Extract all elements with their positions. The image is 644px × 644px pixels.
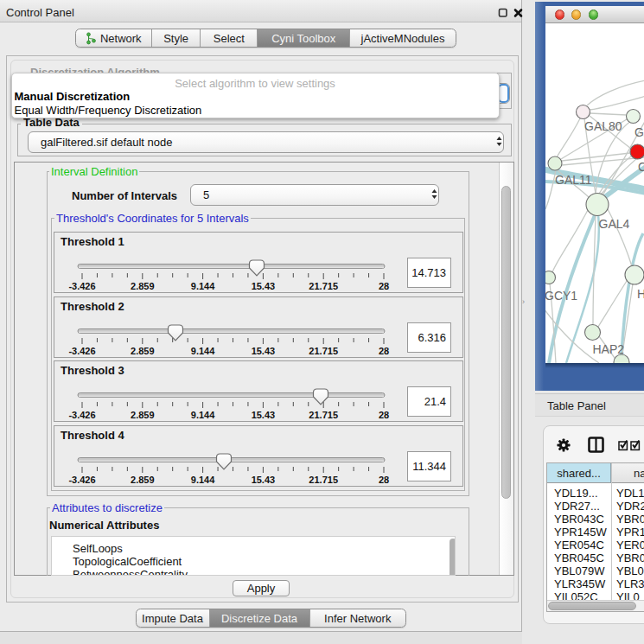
svg-text:28: 28: [379, 281, 389, 291]
svg-text:GAL11: GAL11: [555, 173, 592, 187]
svg-text:-3.426: -3.426: [68, 475, 95, 485]
svg-text:21.715: 21.715: [309, 475, 338, 485]
svg-text:9.144: 9.144: [191, 475, 215, 485]
svg-text:2.859: 2.859: [131, 281, 155, 291]
svg-text:9.144: 9.144: [191, 281, 215, 291]
svg-text:2.859: 2.859: [131, 410, 155, 420]
svg-text:21.715: 21.715: [309, 346, 338, 356]
svg-text:21.715: 21.715: [309, 410, 338, 420]
svg-text:28: 28: [379, 475, 389, 485]
svg-text:GCY1: GCY1: [545, 289, 577, 303]
svg-text:28: 28: [379, 410, 389, 420]
svg-text:9.144: 9.144: [191, 346, 215, 356]
svg-text:HAP2: HAP2: [593, 342, 625, 356]
svg-text:21.715: 21.715: [309, 281, 338, 291]
svg-text:-3.426: -3.426: [68, 281, 95, 291]
svg-text:2.859: 2.859: [131, 475, 155, 485]
svg-text:C: C: [638, 160, 644, 174]
svg-text:GAL4: GAL4: [599, 217, 630, 231]
svg-text:-3.426: -3.426: [68, 346, 95, 356]
svg-text:15.43: 15.43: [252, 410, 276, 420]
svg-text:15.43: 15.43: [252, 281, 276, 291]
svg-text:GAL: GAL: [634, 125, 644, 139]
svg-text:15.43: 15.43: [252, 346, 276, 356]
svg-text:28: 28: [379, 346, 389, 356]
svg-text:9.144: 9.144: [191, 410, 215, 420]
svg-text:HIS: HIS: [637, 287, 644, 301]
svg-text:2.859: 2.859: [131, 346, 155, 356]
svg-text:15.43: 15.43: [252, 475, 276, 485]
svg-text:GAL80: GAL80: [584, 119, 622, 133]
svg-text:-3.426: -3.426: [68, 410, 95, 420]
